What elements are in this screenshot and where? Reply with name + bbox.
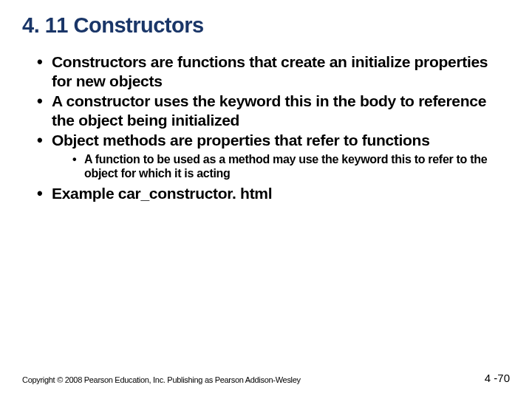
bullet-item: Object methods are properties that refer… [40,131,510,180]
sub-bullet-item: A function to be used as a method may us… [74,153,510,181]
sub-bullet-list: A function to be used as a method may us… [52,153,510,181]
bullet-item: A constructor uses the keyword this in t… [40,92,510,129]
slide-footer: Copyright © 2008 Pearson Education, Inc.… [22,372,510,384]
main-bullet-list: Constructors are functions that create a… [22,52,510,202]
bullet-text: Object methods are properties that refer… [52,132,430,149]
slide-title: 4. 11 Constructors [22,13,510,38]
bullet-item: Example car_constructor. html [40,184,510,203]
bullet-item: Constructors are functions that create a… [40,52,510,90]
page-number: 4 -70 [485,372,510,384]
slide-container: 4. 11 Constructors Constructors are func… [0,0,532,399]
copyright-text: Copyright © 2008 Pearson Education, Inc.… [22,375,301,384]
